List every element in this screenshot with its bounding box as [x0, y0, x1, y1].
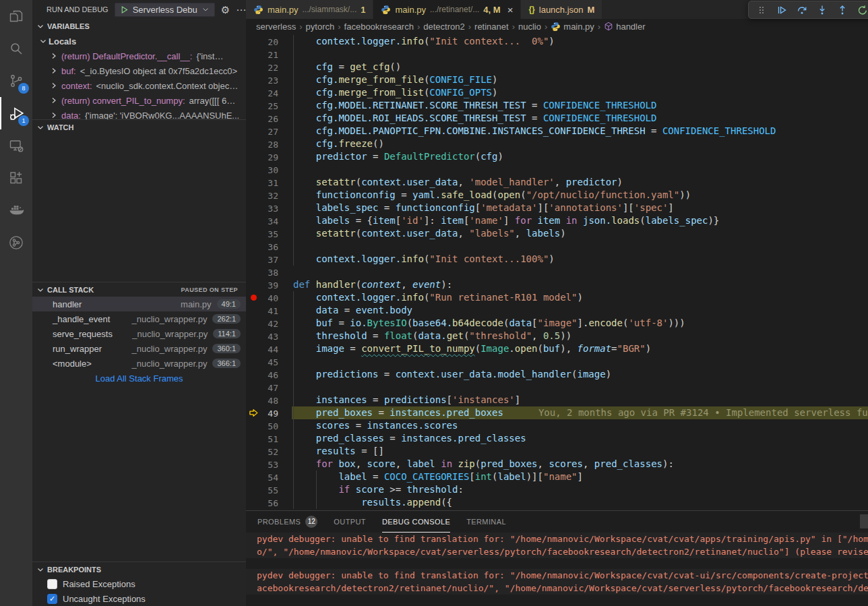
code-line[interactable]: 52 results = [] — [246, 445, 868, 458]
gutter[interactable] — [246, 163, 261, 176]
line-number[interactable]: 20 — [261, 35, 278, 48]
panel-tab-terminal[interactable]: TERMINAL — [466, 511, 506, 533]
line-number[interactable]: 21 — [261, 48, 278, 61]
gutter[interactable] — [246, 112, 261, 125]
line-number[interactable]: 45 — [261, 355, 278, 368]
git-graph-icon[interactable] — [0, 226, 32, 259]
extensions-icon[interactable] — [0, 162, 32, 194]
line-number[interactable]: 38 — [261, 266, 278, 278]
line-number[interactable]: 53 — [261, 458, 278, 471]
more-actions-icon[interactable]: ⋯ — [236, 5, 246, 15]
gutter[interactable] — [246, 266, 261, 278]
line-number[interactable]: 25 — [261, 99, 278, 112]
code-line[interactable]: 22 cfg = get_cfg() — [246, 61, 868, 73]
code-line[interactable]: 54 label = COCO_CATEGORIES[int(label)]["… — [246, 471, 868, 483]
breadcrumb-item[interactable]: nuclio — [518, 22, 541, 32]
line-number[interactable]: 36 — [261, 240, 278, 253]
gutter[interactable] — [246, 355, 261, 368]
line-number[interactable]: 35 — [261, 227, 278, 240]
gutter[interactable] — [246, 342, 261, 355]
code-line[interactable]: 35 setattr(context.user_data, "labels", … — [246, 227, 868, 240]
gutter[interactable] — [246, 445, 261, 458]
line-number[interactable]: 48 — [261, 394, 278, 406]
code-line[interactable]: 45 — [246, 355, 868, 368]
gutter[interactable] — [246, 419, 261, 432]
gutter[interactable] — [246, 125, 261, 138]
breadcrumb-item[interactable]: serverless — [256, 22, 296, 32]
debug-console-output[interactable]: pydev debugger: unable to find translati… — [246, 533, 868, 606]
run-and-debug-icon[interactable]: 1 — [0, 97, 32, 129]
search-icon[interactable] — [0, 32, 32, 65]
gear-icon[interactable]: ⚙ — [221, 5, 230, 15]
variable-row[interactable]: context:<nuclio_sdk.context.Context obje… — [32, 78, 246, 93]
stack-frame-row[interactable]: _handle_event_nuclio_wrapper.py262:1 — [32, 311, 246, 326]
line-number[interactable]: 33 — [261, 202, 278, 214]
start-debugging-icon[interactable] — [120, 5, 129, 14]
breadcrumb-item[interactable]: detectron2 — [423, 22, 464, 32]
line-number[interactable]: 22 — [261, 61, 278, 73]
gutter[interactable] — [246, 176, 261, 189]
variable-row[interactable]: (return) DefaultPredictor.__call__:{'ins… — [32, 49, 246, 63]
code-line[interactable]: 23 cfg.merge_from_file(CONFIG_FILE) — [246, 73, 868, 86]
variable-row[interactable]: (return) convert_PIL_to_numpy:array([[[ … — [32, 93, 246, 108]
current-line-arrow-icon[interactable] — [246, 406, 261, 419]
line-number[interactable]: 42 — [261, 317, 278, 330]
watch-section-header[interactable]: WATCH — [32, 119, 246, 134]
continue-icon[interactable] — [772, 2, 790, 18]
breadcrumb-item[interactable]: main.py — [551, 22, 594, 32]
code-line[interactable]: 43 threshold = float(data.get("threshold… — [246, 330, 868, 342]
line-number[interactable]: 27 — [261, 125, 278, 138]
code-line[interactable]: 27 cfg.MODEL.PANOPTIC_FPN.COMBINE.INSTAN… — [246, 125, 868, 138]
code-line[interactable]: 53 for box, score, label in zip(pred_box… — [246, 458, 868, 471]
editor-tab[interactable]: main.py.../siammask/...1 — [246, 0, 373, 19]
line-number[interactable]: 49 — [261, 406, 278, 419]
close-icon[interactable]: × — [507, 4, 514, 16]
restart-icon[interactable] — [853, 2, 868, 18]
panel-tab-output[interactable]: OUTPUT — [334, 511, 366, 533]
code-line[interactable]: 36 — [246, 240, 868, 253]
load-all-stack-frames-link[interactable]: Load All Stack Frames — [32, 371, 246, 386]
line-number[interactable]: 47 — [261, 381, 278, 394]
code-line[interactable]: 21 — [246, 48, 868, 61]
gutter[interactable] — [246, 317, 261, 330]
editor-tab[interactable]: main.py.../retinanet/...4, M× — [373, 0, 520, 19]
line-number[interactable]: 26 — [261, 112, 278, 125]
code-line[interactable]: 55 if score >= threshold: — [246, 483, 868, 496]
code-line[interactable]: 38 — [246, 266, 868, 278]
launch-configuration-dropdown[interactable]: Serverless Debu — [115, 3, 215, 17]
line-number[interactable]: 41 — [261, 304, 278, 317]
code-line[interactable]: 40 context.logger.info("Run retinanet-R1… — [246, 291, 868, 304]
line-number[interactable]: 30 — [261, 163, 278, 176]
stack-frame-row[interactable]: serve_requests_nuclio_wrapper.py114:1 — [32, 326, 246, 341]
code-line[interactable]: 26 cfg.MODEL.ROI_HEADS.SCORE_THRESH_TEST… — [246, 112, 868, 125]
line-number[interactable]: 46 — [261, 368, 278, 381]
remote-explorer-icon[interactable] — [0, 129, 32, 162]
editor-tab[interactable]: {}launch.jsonM — [521, 0, 602, 19]
code-editor[interactable]: 20 context.logger.info("Init context... … — [246, 34, 868, 510]
gutter[interactable] — [246, 73, 261, 86]
breadcrumb-item[interactable]: retinanet — [474, 22, 509, 32]
gutter[interactable] — [246, 330, 261, 342]
breakpoint-checkbox[interactable] — [47, 579, 57, 589]
stack-frame-row[interactable]: handlermain.py49:1 — [32, 297, 246, 311]
line-number[interactable]: 43 — [261, 330, 278, 342]
breakpoint-row[interactable]: Raised Exceptions — [32, 576, 246, 591]
line-number[interactable]: 24 — [261, 86, 278, 99]
variable-row[interactable]: data:{'image': 'iVBORw0KG...AAAANSUhE... — [32, 108, 246, 119]
variables-scope-row[interactable]: Locals — [32, 34, 246, 49]
line-number[interactable]: 29 — [261, 150, 278, 163]
stack-frame-row[interactable]: run_wrapper_nuclio_wrapper.py360:1 — [32, 341, 246, 356]
gutter[interactable] — [246, 483, 261, 496]
code-line[interactable]: 32 functionconfig = yaml.safe_load(open(… — [246, 189, 868, 202]
breakpoints-section-header[interactable]: BREAKPOINTS — [32, 562, 246, 576]
breadcrumb-item[interactable]: facebookresearch — [344, 22, 414, 32]
gutter[interactable] — [246, 458, 261, 471]
gutter[interactable] — [246, 381, 261, 394]
line-number[interactable]: 28 — [261, 138, 278, 150]
gutter[interactable] — [246, 189, 261, 202]
gutter[interactable] — [246, 240, 261, 253]
line-number[interactable]: 31 — [261, 176, 278, 189]
code-line[interactable]: 50 scores = instances.scores — [246, 419, 868, 432]
line-number[interactable]: 40 — [261, 291, 278, 304]
source-control-icon[interactable]: 8 — [0, 65, 32, 97]
